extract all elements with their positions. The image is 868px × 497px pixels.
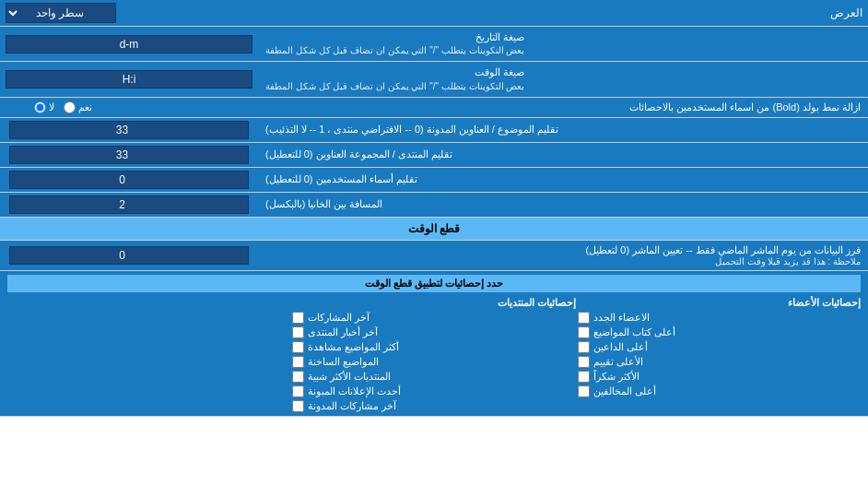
checkbox-top-rated-input[interactable] <box>578 356 590 368</box>
cutoff-input-cell <box>0 241 258 270</box>
checkbox-top-violators: أعلى المخالفين <box>578 385 861 397</box>
checkbox-top-rated: الأعلى تقييم <box>578 356 861 368</box>
checkbox-last-blog-posts-input[interactable] <box>292 400 304 412</box>
date-format-label: صيغة التاريخ بعض التكوينات يتطلب "/" الت… <box>258 27 868 61</box>
bold-yes-radio[interactable] <box>64 101 76 113</box>
cutoff-section-header: قطع الوقت <box>0 218 868 241</box>
top-label: العرض <box>116 6 862 19</box>
checkboxes-grid: إحصائيات الأعضاء الاعضاء الجدد أعلى كتاب… <box>7 297 861 412</box>
topic-titles-row: تقليم الموضوع / العناوين المدونة (0 -- ا… <box>0 118 868 143</box>
col-forums: إحصائيات المنتديات آخر المشاركات آخر أخب… <box>292 297 575 412</box>
checkbox-most-thanked-input[interactable] <box>578 371 590 383</box>
usernames-row: تقليم أسماء المستخدمين (0 للتعطيل) <box>0 168 868 193</box>
checkbox-latest-announcements-input[interactable] <box>292 385 304 397</box>
spacing-row: المسافة بين الخانيا (بالبكسل) <box>0 193 868 218</box>
checkbox-top-inviters: أعلى الداعين <box>578 341 861 353</box>
spacing-label: المسافة بين الخانيا (بالبكسل) <box>258 193 868 217</box>
time-format-row: صيغة الوقت بعض التكوينات يتطلب "/" التي … <box>0 62 868 97</box>
time-format-input[interactable] <box>6 70 252 89</box>
topic-titles-input-cell <box>0 118 258 142</box>
bold-no-radio[interactable] <box>34 101 46 113</box>
stats-header: حدد إحصائيات لتطبيق قطع الوقت <box>7 275 861 292</box>
checkbox-most-viewed: أكثر المواضيع مشاهدة <box>292 341 575 353</box>
date-format-input[interactable] <box>6 35 252 53</box>
checkbox-most-similar-forums-input[interactable] <box>292 371 304 383</box>
cutoff-input[interactable] <box>9 246 249 265</box>
forum-titles-input-cell <box>0 143 258 167</box>
forum-titles-row: تقليم المنتدى / المجموعة العناوين (0 للت… <box>0 143 868 168</box>
checkbox-last-forum-news: آخر أخبار المنتدى <box>292 326 575 338</box>
time-format-input-cell <box>0 62 258 96</box>
checkbox-new-members: الاعضاء الجدد <box>578 312 861 324</box>
checkbox-top-writers-input[interactable] <box>578 326 590 338</box>
col1-header <box>7 297 290 308</box>
cutoff-row: فرز البيانات من يوم الماشر الماضي فقط --… <box>0 241 868 271</box>
checkbox-last-posts-input[interactable] <box>292 312 304 324</box>
col-extra <box>7 297 290 412</box>
cutoff-label: فرز البيانات من يوم الماشر الماضي فقط --… <box>258 241 868 270</box>
stats-checkboxes-section: حدد إحصائيات لتطبيق قطع الوقت إحصائيات ا… <box>0 271 868 417</box>
checkbox-latest-announcements: أحدث الإعلانات المبونة <box>292 385 575 397</box>
top-row: العرض سطر واحد سطرين ثلاثة أسطر <box>0 0 868 27</box>
checkbox-last-forum-news-input[interactable] <box>292 326 304 338</box>
checkbox-top-inviters-input[interactable] <box>578 341 590 353</box>
date-format-input-cell <box>0 27 258 61</box>
bold-label: ازالة نمط بولد (Bold) من اسماء المستخدمي… <box>118 101 861 113</box>
spacing-input-cell <box>0 193 258 217</box>
bold-yes-label[interactable]: نعم <box>64 101 92 113</box>
topic-titles-input[interactable] <box>9 121 249 139</box>
col2-header: إحصائيات المنتديات <box>292 297 575 309</box>
usernames-label: تقليم أسماء المستخدمين (0 للتعطيل) <box>258 168 868 192</box>
display-select[interactable]: سطر واحد سطرين ثلاثة أسطر <box>6 3 116 23</box>
usernames-input[interactable] <box>9 171 249 189</box>
checkbox-last-blog-posts: آخر مشاركات المدونة <box>292 400 575 412</box>
bold-row: ازالة نمط بولد (Bold) من اسماء المستخدمي… <box>0 98 868 118</box>
checkbox-most-thanked: الأكثر شكراً <box>578 371 861 383</box>
bold-radio-group: نعم لا <box>7 101 118 113</box>
date-format-row: صيغة التاريخ بعض التكوينات يتطلب "/" الت… <box>0 27 868 62</box>
col-members: إحصائيات الأعضاء الاعضاء الجدد أعلى كتاب… <box>578 297 861 412</box>
stats-header-text: حدد إحصائيات لتطبيق قطع الوقت <box>7 275 861 292</box>
checkbox-last-posts: آخر المشاركات <box>292 312 575 324</box>
checkbox-top-violators-input[interactable] <box>578 385 590 397</box>
checkbox-hot-topics: المواضيع الساخنة <box>292 356 575 368</box>
forum-titles-label: تقليم المنتدى / المجموعة العناوين (0 للت… <box>258 143 868 167</box>
spacing-input[interactable] <box>9 195 249 214</box>
time-format-label: صيغة الوقت بعض التكوينات يتطلب "/" التي … <box>258 62 868 96</box>
checkbox-most-viewed-input[interactable] <box>292 341 304 353</box>
usernames-input-cell <box>0 168 258 192</box>
checkbox-hot-topics-input[interactable] <box>292 356 304 368</box>
checkbox-top-writers: أعلى كتاب المواضيع <box>578 326 861 338</box>
forum-titles-input[interactable] <box>9 146 249 164</box>
checkbox-most-similar-forums: المنتديات الأكثر شبية <box>292 371 575 383</box>
bold-no-label[interactable]: لا <box>34 101 54 113</box>
checkbox-new-members-input[interactable] <box>578 312 590 324</box>
col3-header: إحصائيات الأعضاء <box>578 297 861 309</box>
topic-titles-label: تقليم الموضوع / العناوين المدونة (0 -- ا… <box>258 118 868 142</box>
